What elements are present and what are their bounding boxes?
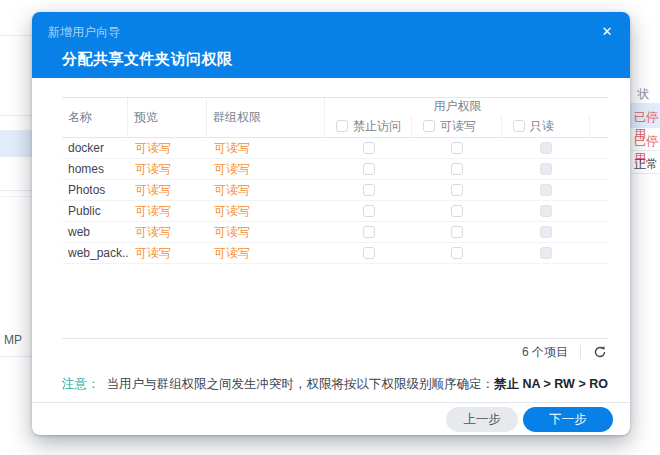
column-group-user-permission: 用户权限 禁止访问 可读写 只读 (325, 98, 590, 137)
group-permission-cell: 可读写 (207, 245, 325, 262)
read-only-checkbox (540, 184, 552, 196)
previous-step-button[interactable]: 上一步 (446, 407, 518, 432)
no-access-checkbox-cell (325, 205, 412, 217)
background-row-divider (630, 150, 660, 151)
background-row-divider (0, 115, 32, 116)
no-access-checkbox-cell (325, 142, 412, 154)
group-permission-cell: 可读写 (207, 161, 325, 178)
read-only-checkbox (540, 142, 552, 154)
read-write-checkbox[interactable] (451, 247, 463, 259)
conflict-note: 注意：当用户与群组权限之间发生冲突时，权限将按以下权限级别顺序确定：禁止 NA … (62, 376, 606, 393)
no-access-label: 禁止访问 (353, 118, 401, 135)
shared-folder-permissions-table: 名称 预览 群组权限 用户权限 禁止访问 可读写 只读 (62, 97, 608, 264)
window-title: 新增用户向导 (48, 24, 120, 41)
header-filler-cell (590, 98, 608, 137)
column-header-preview[interactable]: 预览 (128, 98, 207, 137)
group-permission-cell: 可读写 (207, 203, 325, 220)
no-access-checkbox[interactable] (363, 247, 375, 259)
item-count: 6 个项目 (522, 344, 568, 361)
group-permission-cell: 可读写 (207, 182, 325, 199)
preview-permission-cell: 可读写 (128, 161, 207, 178)
read-only-checkbox (540, 247, 552, 259)
table-row[interactable]: Public可读写可读写 (62, 201, 608, 222)
background-status-value: 正常 (634, 156, 658, 173)
background-row-divider (0, 35, 32, 36)
no-access-checkbox[interactable] (363, 163, 375, 175)
background-row-divider (630, 173, 660, 174)
read-write-checkbox[interactable] (451, 142, 463, 154)
folder-name-cell: homes (62, 162, 128, 176)
refresh-icon (593, 345, 607, 359)
background-row-divider (630, 127, 660, 128)
read-write-select-all-checkbox[interactable] (423, 120, 435, 132)
read-only-checkbox-cell (502, 142, 590, 154)
read-only-checkbox-cell (502, 184, 590, 196)
no-access-checkbox-cell (325, 247, 412, 259)
footer-divider (580, 345, 581, 359)
table-row[interactable]: web_pack...可读写可读写 (62, 243, 608, 264)
preview-permission-cell: 可读写 (128, 182, 207, 199)
refresh-button[interactable] (592, 344, 608, 360)
read-only-checkbox-cell (502, 163, 590, 175)
close-button[interactable]: ✕ (598, 22, 616, 40)
read-write-checkbox-cell (412, 226, 502, 238)
dialog-header: 新增用户向导 ✕ 分配共享文件夹访问权限 (32, 12, 630, 78)
read-write-checkbox-cell (412, 184, 502, 196)
no-access-checkbox-cell (325, 184, 412, 196)
background-row-divider (0, 190, 32, 191)
read-write-checkbox[interactable] (451, 163, 463, 175)
no-access-checkbox[interactable] (363, 226, 375, 238)
table-row[interactable]: homes可读写可读写 (62, 159, 608, 180)
page-title: 分配共享文件夹访问权限 (62, 50, 233, 69)
no-access-select-all-checkbox[interactable] (336, 120, 348, 132)
read-write-label: 可读写 (440, 118, 476, 135)
no-access-checkbox[interactable] (363, 142, 375, 154)
folder-name-cell: web (62, 225, 128, 239)
column-header-read-write[interactable]: 可读写 (412, 115, 502, 137)
no-access-checkbox[interactable] (363, 205, 375, 217)
table-footer: 6 个项目 (62, 338, 608, 365)
preview-permission-cell: 可读写 (128, 140, 207, 157)
background-row-divider (0, 196, 32, 197)
background-row-divider (0, 356, 32, 357)
read-only-checkbox-cell (502, 205, 590, 217)
read-write-checkbox[interactable] (451, 226, 463, 238)
column-header-read-only[interactable]: 只读 (502, 115, 590, 137)
read-only-checkbox-cell (502, 247, 590, 259)
table-row[interactable]: Photos可读写可读写 (62, 180, 608, 201)
preview-permission-cell: 可读写 (128, 245, 207, 262)
read-write-checkbox[interactable] (451, 205, 463, 217)
table-body: docker可读写可读写homes可读写可读写Photos可读写可读写Publi… (62, 138, 608, 264)
no-access-checkbox[interactable] (363, 184, 375, 196)
note-label: 注意： (62, 377, 100, 391)
column-header-group-permission[interactable]: 群组权限 (207, 98, 325, 137)
no-access-checkbox-cell (325, 163, 412, 175)
column-header-name[interactable]: 名称 (62, 98, 128, 137)
column-header-no-access[interactable]: 禁止访问 (325, 115, 412, 137)
table-row[interactable]: docker可读写可读写 (62, 138, 608, 159)
folder-name-cell: Photos (62, 183, 128, 197)
read-write-checkbox-cell (412, 205, 502, 217)
read-only-select-all-checkbox[interactable] (513, 120, 525, 132)
read-only-checkbox-cell (502, 226, 590, 238)
note-text: 当用户与群组权限之间发生冲突时，权限将按以下权限级别顺序确定： (107, 377, 495, 391)
dialog-button-bar: 上一步 下一步 (32, 402, 630, 435)
next-step-button[interactable]: 下一步 (523, 407, 613, 432)
background-cell-text: MP (4, 333, 22, 347)
folder-name-cell: Public (62, 204, 128, 218)
table-header: 名称 预览 群组权限 用户权限 禁止访问 可读写 只读 (62, 97, 608, 138)
preview-permission-cell: 可读写 (128, 224, 207, 241)
close-icon: ✕ (602, 24, 613, 39)
read-write-checkbox[interactable] (451, 184, 463, 196)
folder-name-cell: web_pack... (62, 246, 128, 260)
read-write-checkbox-cell (412, 247, 502, 259)
user-permission-subheader: 禁止访问 可读写 只读 (325, 115, 590, 137)
add-user-wizard-dialog: 新增用户向导 ✕ 分配共享文件夹访问权限 名称 预览 群组权限 用户权限 禁止访… (32, 12, 630, 435)
read-only-checkbox (540, 163, 552, 175)
read-only-checkbox (540, 226, 552, 238)
folder-name-cell: docker (62, 141, 128, 155)
preview-permission-cell: 可读写 (128, 203, 207, 220)
table-row[interactable]: web可读写可读写 (62, 222, 608, 243)
read-write-checkbox-cell (412, 142, 502, 154)
read-only-label: 只读 (530, 118, 554, 135)
